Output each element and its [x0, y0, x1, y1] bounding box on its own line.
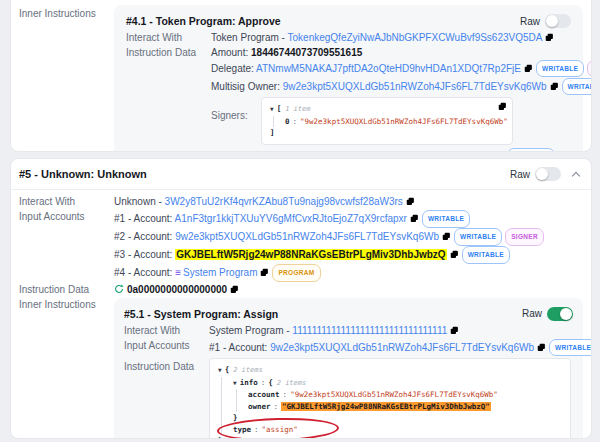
account-index: #2 - Account:: [114, 231, 172, 242]
collapse-chevron-up-icon[interactable]: [572, 171, 580, 179]
solscan-instruction-panel: Inner Instructions #4.1 - Token Program:…: [0, 0, 600, 442]
json-colon: :: [293, 117, 298, 126]
signers-label: Signers:: [211, 97, 261, 145]
inner-instruction-5-1-title: #5.1 - System Program: Assign: [124, 307, 278, 321]
amount-value: 18446744073709551615: [251, 47, 362, 58]
copy-icon[interactable]: [498, 102, 507, 111]
item-count: 2 items: [233, 366, 263, 374]
multisig-owner-label: Multisig Owner:: [211, 81, 280, 92]
inner-instruction-5-1-card: #5.1 - System Program: Assign Raw Intera…: [114, 298, 583, 439]
brace-open: {: [225, 365, 230, 374]
signers-json-viewer: ▼[1 item 0:"9w2e3kpt5XUQXLdGb51nRWZoh4JF…: [261, 97, 513, 145]
copy-icon[interactable]: [442, 232, 451, 241]
raw-toggle-4-1[interactable]: [545, 14, 571, 28]
account-address-link[interactable]: 9w2e3kpt5XUQXLdGb51nRWZoh4JFs6FL7TdEYsvK…: [270, 342, 534, 353]
program-name-prefix: Unknown -: [114, 196, 162, 207]
copy-icon[interactable]: [450, 326, 459, 335]
raw-toggle-5-1[interactable]: [547, 307, 573, 321]
collapse-arrow-icon[interactable]: ▼: [270, 103, 274, 115]
raw-toggle-5[interactable]: [535, 167, 561, 181]
system-program-link[interactable]: System Program: [183, 267, 257, 278]
json-colon: :: [254, 425, 259, 434]
account-row-4: #4 - Account: ≡System ProgramPROGRAM: [114, 264, 583, 282]
json-key-owner: owner: [248, 402, 271, 411]
inner-instruction-4-1-card: #4.1 - Token Program: Approve Raw Intera…: [114, 5, 583, 152]
writable-badge: WRITABLE: [462, 246, 510, 264]
raw-toggle-label: Raw: [522, 307, 542, 321]
inner-instructions-row-label: Inner Instructions: [19, 5, 114, 152]
json-owner-value-highlighted: "GKJBELftW5Rjg24wP88NRaKGsEBtrPLgMiv3Dhb…: [281, 402, 491, 411]
signer-badge: SIGNER: [587, 60, 592, 77]
unknown-program-address-link[interactable]: 3W2y8TuU2rKf4qvrKZAbu8Tu9najg98vcwfsf28a…: [165, 196, 403, 207]
copy-icon[interactable]: [537, 343, 546, 352]
writable-badge: WRITABLE: [422, 210, 470, 228]
instruction-5-title: #5 - Unknown: Unknown: [19, 168, 510, 180]
highlighted-account-address[interactable]: GKJBELftW5Rjg24wP88NRaKGsEBtrPLgMiv3DhbJ…: [175, 249, 447, 260]
multisig-owner-address-link[interactable]: 9w2e3kpt5XUQXLdGb51nRWZoh4JFs6FL7TdEYsvK…: [283, 81, 547, 92]
inner-instruction-4-1-title: #4.1 - Token Program: Approve: [126, 15, 281, 27]
bracket-open: [: [277, 104, 282, 113]
account-index: #1 - Account:: [209, 342, 267, 353]
account-index: #3 - Account:: [114, 249, 172, 260]
account-row-1: #1 - Account: A1nF3tgr1kkjTXUuYV6gMfCvxR…: [114, 210, 583, 228]
program-name-prefix: Token Program -: [211, 32, 285, 43]
account-address-link[interactable]: 9w2e3kpt5XUQXLdGb51nRWZoh4JFs6FL7TdEYsvK…: [175, 231, 439, 242]
json-colon: :: [261, 378, 266, 387]
item-count: 2 items: [277, 379, 307, 387]
writable-badge: WRITABLE: [454, 228, 502, 246]
raw-toggle-label: Raw: [520, 16, 540, 27]
signer-badge: SIGNER: [505, 228, 544, 246]
writable-badge: WRITABLE: [536, 60, 584, 77]
copy-icon[interactable]: [450, 250, 459, 259]
copy-icon[interactable]: [495, 152, 504, 153]
input-accounts-label: Input Accounts: [124, 339, 209, 356]
json-type-value: "assign": [262, 425, 298, 434]
instruction-data-label: Instruction Data: [124, 358, 209, 439]
program-list-icon: ≡: [175, 267, 181, 278]
copy-icon[interactable]: [524, 64, 533, 73]
inner-instructions-label: Inner Instructions: [19, 298, 114, 439]
toggle-knob: [536, 168, 548, 180]
bracket-close: ]: [270, 127, 504, 139]
collapse-arrow-icon[interactable]: ▼: [218, 364, 222, 376]
writable-badge: WRITABLE: [549, 339, 592, 356]
delegate-address-link[interactable]: ATNmwM5NAKAJ7pftDA2oQteHD9hvHDAn1XDQt7Rp…: [256, 63, 521, 74]
delegate-label: Delegate:: [211, 63, 254, 74]
copy-icon[interactable]: [550, 82, 559, 91]
json-key-account: account: [248, 390, 280, 399]
system-program-address-link[interactable]: 11111111111111111111111111111111: [292, 325, 447, 336]
program-badge: PROGRAM: [272, 264, 320, 282]
instruction-json-viewer: ▼{2 items ▼info:{2 items account:"9w2e3k…: [209, 358, 571, 439]
writable-badge: WRITABLE: [562, 78, 592, 95]
item-count: 1 item: [285, 105, 310, 113]
copy-icon[interactable]: [260, 268, 269, 277]
brace-close: }: [218, 435, 562, 439]
json-key: 0: [285, 117, 290, 126]
json-account-value: "9w2e3kpt5XUQXLdGb51nRWZoh4JFs6FL7TdEYsv…: [290, 390, 498, 399]
decode-refresh-icon[interactable]: [114, 284, 124, 294]
interact-with-label: Interact With: [19, 195, 114, 209]
json-key-type: type: [233, 425, 251, 434]
account-address-link[interactable]: A1nF3tgr1kkjTXUuYV6gMfCvxRJtoEjoZ7qX9rcf…: [175, 213, 407, 224]
instruction-4-card: Inner Instructions #4.1 - Token Program:…: [10, 0, 592, 152]
brace-open: {: [268, 378, 273, 387]
brace-close: }: [233, 412, 562, 424]
instruction-5-card: #5 - Unknown: Unknown Raw Interact With …: [10, 158, 592, 439]
copy-icon[interactable]: [545, 33, 554, 42]
account-row-3: #3 - Account: GKJBELftW5Rjg24wP88NRaKGsE…: [114, 246, 583, 264]
source-label: Source:: [211, 151, 245, 153]
source-address-link[interactable]: 73DebrhoSuebjF5zWJk9ErsRb8jTKgHGi912Y7jH…: [248, 151, 491, 153]
account-row-2: #2 - Account: 9w2e3kpt5XUQXLdGb51nRWZoh4…: [114, 228, 583, 246]
instruction-data-hex: 0a0000000000000000: [127, 284, 227, 295]
amount-label: Amount:: [211, 47, 248, 58]
toggle-knob: [546, 15, 558, 27]
token-program-address-link[interactable]: TokenkegQfeZyiNwAJbNbGKPFXCWuBvf9Ss623VQ…: [288, 32, 543, 43]
collapse-arrow-icon[interactable]: ▼: [233, 377, 237, 389]
toggle-knob: [560, 308, 572, 320]
json-key-info: info: [240, 378, 258, 387]
copy-icon[interactable]: [230, 285, 239, 294]
writable-badge: WRITABLE: [507, 148, 555, 153]
copy-icon[interactable]: [410, 214, 419, 223]
copy-icon[interactable]: [406, 197, 415, 206]
input-accounts-label: Input Accounts: [19, 210, 114, 282]
